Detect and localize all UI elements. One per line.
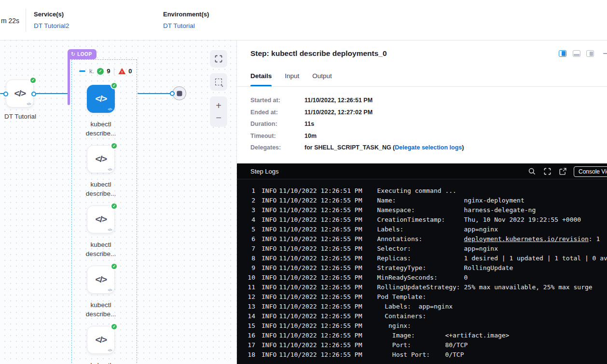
- log-line: 10 INFO 11/10/2022 12:26:55 PM MinReadyS…: [237, 273, 607, 283]
- log-level: INFO: [262, 225, 276, 234]
- service-label: Service(s): [34, 11, 69, 18]
- console-view-button[interactable]: Console View: [574, 166, 607, 177]
- detail-value: for SHELL_SCRIPT_TASK_NG (Delegate selec…: [304, 144, 464, 151]
- service-link[interactable]: DT Tutorial2: [34, 22, 69, 29]
- pipeline-canvas[interactable]: </> </> ✓ DT Tutorial ↻ LOOP k. ✓ 9 0 </…: [0, 40, 236, 364]
- fullscreen-icon[interactable]: [544, 168, 551, 175]
- detail-row: Timeout: 10m: [250, 133, 464, 139]
- code-mini-icon: </>: [108, 228, 112, 231]
- loop-badge[interactable]: ↻ LOOP: [68, 49, 97, 59]
- log-message: Host Port: 0/TCP: [377, 350, 464, 360]
- log-level: INFO: [262, 350, 276, 360]
- code-icon: </>: [96, 335, 107, 345]
- code-mini-icon: </>: [27, 102, 31, 106]
- log-message: Containers:: [377, 311, 427, 321]
- minimize-panel-icon[interactable]: [603, 53, 607, 54]
- connector-line: [138, 93, 173, 94]
- code-mini-icon: </>: [108, 349, 112, 352]
- pipeline-step-node[interactable]: </> </> ✓: [87, 266, 115, 294]
- tab-details[interactable]: Details: [250, 72, 272, 86]
- log-level: INFO: [262, 205, 276, 215]
- log-timestamp: 11/10/2022 12:26:55 PM: [279, 302, 362, 311]
- zoom-in-icon[interactable]: +: [216, 101, 221, 110]
- log-level: INFO: [262, 186, 276, 196]
- log-message: RollingUpdateStrategy: 25% max unavailab…: [377, 283, 593, 292]
- log-timestamp: 11/10/2022 12:26:55 PM: [279, 244, 362, 254]
- step-details-panel: Step: kubectl describe deployments_0 Det…: [236, 40, 607, 364]
- log-line-number: 12: [243, 292, 255, 302]
- tab-label: Details: [250, 72, 272, 80]
- log-line: 1 INFO 11/10/2022 12:26:51 PM Executing …: [237, 186, 607, 196]
- details-tabs: DetailsInputOutput: [237, 72, 607, 87]
- detail-label: Delegates:: [250, 144, 304, 151]
- log-line: 15 INFO 11/10/2022 12:26:55 PM nginx:: [237, 321, 607, 331]
- environment-link[interactable]: DT Tutorial: [163, 22, 195, 29]
- detail-label: Duration:: [250, 121, 304, 127]
- log-line: 16 INFO 11/10/2022 12:26:55 PM Image: <+…: [237, 331, 607, 340]
- zoom-out-icon[interactable]: −: [216, 113, 221, 122]
- tab-output[interactable]: Output: [312, 72, 332, 86]
- canvas-zoom-control[interactable]: + −: [210, 96, 227, 127]
- log-level: INFO: [262, 321, 276, 331]
- header-divider: [26, 9, 26, 32]
- log-level: INFO: [262, 311, 276, 321]
- loop-accent-bar: [68, 52, 70, 105]
- layout-right-split-icon[interactable]: [559, 50, 566, 57]
- detail-row: Duration: 11s: [250, 121, 464, 127]
- step-label: kubectldescribe...: [69, 120, 132, 138]
- success-check-icon: ✓: [97, 68, 104, 75]
- log-line: 18 INFO 11/10/2022 12:26:55 PM Host Port…: [237, 350, 607, 360]
- pipeline-step-node[interactable]: </> </> ✓: [87, 85, 115, 113]
- log-line: 5 INFO 11/10/2022 12:26:55 PM Labels: ap…: [237, 225, 607, 234]
- log-timestamp: 11/10/2022 12:26:55 PM: [279, 196, 362, 205]
- success-count: 9: [107, 67, 110, 75]
- detail-value: 11/10/2022, 12:26:51 PM: [304, 97, 372, 104]
- pipeline-step-node[interactable]: </> </> ✓: [87, 326, 115, 354]
- log-annotation-link[interactable]: deployment.kubernetes.io/revision: [464, 235, 589, 243]
- log-toolbar: [528, 163, 566, 179]
- log-line-number: 18: [243, 350, 255, 360]
- log-level: INFO: [262, 292, 276, 302]
- delegate-selection-logs-link[interactable]: Delegate selection logs: [395, 144, 462, 151]
- layout-bottom-split-icon[interactable]: [573, 50, 580, 57]
- execution-header: m 22s Service(s) DT Tutorial2 Environmen…: [0, 0, 607, 40]
- canvas-select-button[interactable]: [210, 73, 227, 91]
- log-level: INFO: [262, 302, 276, 311]
- log-line-number: 10: [243, 273, 255, 283]
- warning-triangle-icon: [118, 68, 125, 74]
- pipeline-step-node[interactable]: </> </> ✓: [87, 145, 115, 173]
- step-label: kubectldescribe...: [69, 180, 132, 198]
- tab-input[interactable]: Input: [285, 72, 299, 86]
- log-timestamp: 11/10/2022 12:26:55 PM: [279, 350, 362, 360]
- log-line: 3 INFO 11/10/2022 12:26:55 PM Namespace:…: [237, 205, 607, 215]
- search-icon[interactable]: [528, 168, 536, 175]
- log-line-number: 9: [243, 263, 255, 273]
- code-mini-icon: </>: [108, 168, 112, 171]
- log-level: INFO: [262, 244, 276, 254]
- log-timestamp: 11/10/2022 12:26:55 PM: [279, 283, 362, 292]
- log-line-number: 6: [243, 234, 255, 244]
- log-message: Name: nginx-deployment: [377, 196, 524, 205]
- service-group: Service(s) DT Tutorial2: [34, 11, 69, 30]
- log-level: INFO: [262, 215, 276, 225]
- collapse-icon[interactable]: [79, 70, 85, 72]
- fullscreen-icon: [215, 55, 222, 63]
- detail-value: 11/10/2022, 12:27:02 PM: [304, 109, 372, 116]
- canvas-fullscreen-button[interactable]: [210, 50, 227, 67]
- log-line: 7 INFO 11/10/2022 12:26:55 PM Selector: …: [237, 244, 607, 254]
- log-line: 14 INFO 11/10/2022 12:26:55 PM Container…: [237, 311, 607, 321]
- log-line-number: 13: [243, 302, 255, 311]
- loop-icon: ↻: [71, 52, 75, 57]
- connector-line: [36, 93, 69, 94]
- log-console[interactable]: 1 INFO 11/10/2022 12:26:51 PM Executing …: [237, 179, 607, 364]
- pipeline-node-dt-tutorial[interactable]: </> </> ✓: [6, 80, 34, 108]
- detail-value: 10m: [304, 133, 317, 139]
- log-message: Port: 80/TCP: [377, 340, 468, 350]
- layout-right-panel-icon[interactable]: [586, 50, 594, 57]
- log-line-number: 3: [243, 205, 255, 215]
- open-in-new-icon[interactable]: [559, 168, 566, 175]
- log-message: Labels: app=nginx: [377, 225, 498, 234]
- log-message: Labels: app=nginx: [377, 302, 453, 311]
- detail-row: Started at: 11/10/2022, 12:26:51 PM: [250, 97, 464, 104]
- pipeline-step-node[interactable]: </> </> ✓: [87, 205, 115, 233]
